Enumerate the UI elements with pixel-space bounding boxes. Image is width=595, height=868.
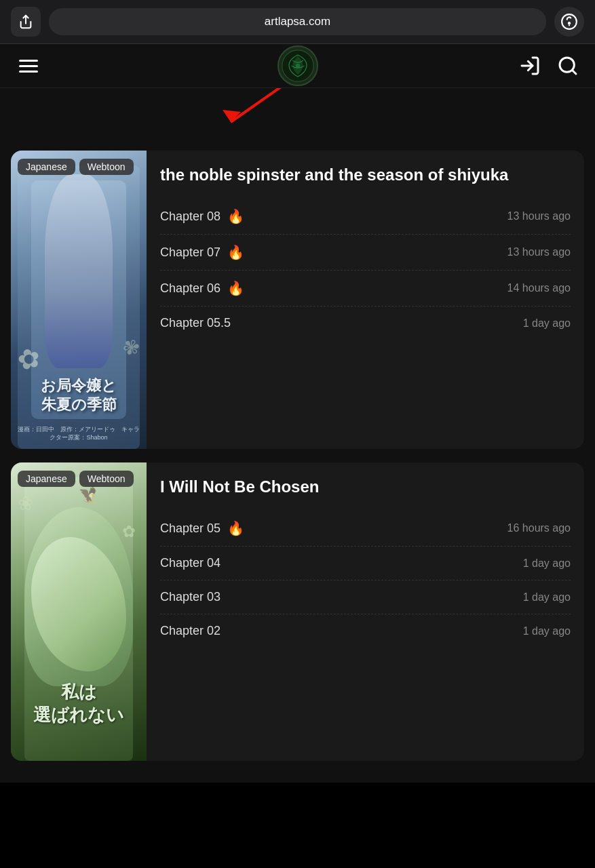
cover-noble-japanese-title: お局令嬢と朱夏の季節 xyxy=(11,376,147,415)
tag-japanese-2[interactable]: Japanese xyxy=(18,471,75,487)
chapter-08-label: Chapter 08 xyxy=(160,210,220,224)
cover-chosen-japanese-title: 私は選ばれない xyxy=(11,681,147,727)
chapter-05-label: Chapter 05 xyxy=(160,521,220,536)
chapter-04-time: 1 day ago xyxy=(523,557,571,570)
chapter-04-label: Chapter 04 xyxy=(160,556,220,570)
hamburger-line-2 xyxy=(19,65,38,67)
chapter-03-left: Chapter 03 xyxy=(160,590,220,604)
site-logo[interactable] xyxy=(277,45,318,86)
chapter-08-time: 13 hours ago xyxy=(507,210,571,222)
chapter-06-time: 14 hours ago xyxy=(507,282,571,294)
manga-card-noble-spinster: ✿ ✾ お局令嬢と朱夏の季節 漫画：日田中 原作：メアリードゥ キャラクター原案… xyxy=(11,151,584,449)
hamburger-menu-button[interactable] xyxy=(16,57,41,75)
tag-webtoon-1[interactable]: Webtoon xyxy=(79,159,134,175)
chapter-item-07[interactable]: Chapter 07 🔥 13 hours ago xyxy=(160,235,571,271)
manga-title-chosen: I Will Not Be Chosen xyxy=(160,476,571,497)
chapter-02-label: Chapter 02 xyxy=(160,624,220,638)
browser-share-button[interactable] xyxy=(11,7,41,37)
chapter-06-label: Chapter 06 xyxy=(160,281,220,296)
chapter-item-06[interactable]: Chapter 06 🔥 14 hours ago xyxy=(160,271,571,307)
search-button[interactable] xyxy=(557,55,579,77)
site-logo-container xyxy=(277,45,318,86)
header-right-actions xyxy=(519,55,579,77)
chapter-item-02[interactable]: Chapter 02 1 day ago xyxy=(160,614,571,648)
svg-point-2 xyxy=(569,22,570,24)
tag-japanese-1[interactable]: Japanese xyxy=(18,159,75,175)
manga-title-noble-spinster: the noble spinster and the season of shi… xyxy=(160,164,571,185)
manga-info-chosen: I Will Not Be Chosen Chapter 05 🔥 16 hou… xyxy=(147,462,584,761)
red-arrow-svg xyxy=(176,88,380,136)
chapter-055-left: Chapter 05.5 xyxy=(160,316,231,330)
chapter-05-time: 16 hours ago xyxy=(507,522,571,534)
fire-icon-06: 🔥 xyxy=(227,280,244,296)
chapter-list-noble-spinster: Chapter 08 🔥 13 hours ago Chapter 07 🔥 1… xyxy=(160,199,571,340)
browser-url[interactable]: artlapsa.com xyxy=(49,8,546,35)
chapter-08-left: Chapter 08 🔥 xyxy=(160,208,244,224)
chapter-055-label: Chapter 05.5 xyxy=(160,316,231,330)
chapter-03-time: 1 day ago xyxy=(523,591,571,604)
svg-line-8 xyxy=(231,88,299,122)
chapter-list-chosen: Chapter 05 🔥 16 hours ago Chapter 04 1 d… xyxy=(160,511,571,648)
fire-icon-07: 🔥 xyxy=(227,244,244,260)
svg-point-4 xyxy=(295,64,299,68)
chapter-07-label: Chapter 07 xyxy=(160,245,220,260)
cover-noble-subtitle: 漫画：日田中 原作：メアリードゥ キャラクター原案：Shabon xyxy=(11,425,147,442)
hamburger-line-1 xyxy=(19,60,38,62)
cover-art-1: ✿ ✾ お局令嬢と朱夏の季節 漫画：日田中 原作：メアリードゥ キャラクター原案… xyxy=(11,151,147,449)
chapter-05-left: Chapter 05 🔥 xyxy=(160,520,244,536)
chapter-03-label: Chapter 03 xyxy=(160,590,220,604)
chapter-item-05[interactable]: Chapter 05 🔥 16 hours ago xyxy=(160,511,571,547)
chapter-04-left: Chapter 04 xyxy=(160,556,220,570)
cover-art-2: ❀ ✿ ❃ 🦅 私は選ばれない Japanese Webtoon xyxy=(11,462,147,761)
tag-webtoon-2[interactable]: Webtoon xyxy=(79,471,134,487)
chapter-item-055[interactable]: Chapter 05.5 1 day ago xyxy=(160,307,571,340)
chapter-07-left: Chapter 07 🔥 xyxy=(160,244,244,260)
fire-icon-05: 🔥 xyxy=(227,520,244,536)
chapter-02-time: 1 day ago xyxy=(523,625,571,637)
chapter-07-time: 13 hours ago xyxy=(507,246,571,258)
manga-cover-chosen[interactable]: ❀ ✿ ❃ 🦅 私は選ばれない Japanese Webtoon xyxy=(11,462,147,761)
login-button[interactable] xyxy=(519,55,541,77)
cover-1-tags: Japanese Webtoon xyxy=(18,159,134,175)
fire-icon-08: 🔥 xyxy=(227,208,244,224)
manga-card-i-will-not-be-chosen: ❀ ✿ ❃ 🦅 私は選ばれない Japanese Webtoon I Will … xyxy=(11,462,584,761)
browser-extension-button[interactable] xyxy=(554,7,584,37)
chapter-item-03[interactable]: Chapter 03 1 day ago xyxy=(160,580,571,614)
chapter-06-left: Chapter 06 🔥 xyxy=(160,280,244,296)
chapter-item-04[interactable]: Chapter 04 1 day ago xyxy=(160,547,571,580)
browser-bar: artlapsa.com xyxy=(0,0,595,44)
chapter-item-08[interactable]: Chapter 08 🔥 13 hours ago xyxy=(160,199,571,235)
site-header xyxy=(0,44,595,88)
hamburger-line-3 xyxy=(19,71,38,73)
arrow-annotation xyxy=(0,88,595,142)
svg-line-7 xyxy=(572,70,576,74)
manga-cover-noble-spinster[interactable]: ✿ ✾ お局令嬢と朱夏の季節 漫画：日田中 原作：メアリードゥ キャラクター原案… xyxy=(11,151,147,449)
cover-2-tags: Japanese Webtoon xyxy=(18,471,134,487)
content-area: ✿ ✾ お局令嬢と朱夏の季節 漫画：日田中 原作：メアリードゥ キャラクター原案… xyxy=(0,142,595,783)
chapter-055-time: 1 day ago xyxy=(523,317,571,330)
manga-info-noble-spinster: the noble spinster and the season of shi… xyxy=(147,151,584,449)
chapter-02-left: Chapter 02 xyxy=(160,624,220,638)
